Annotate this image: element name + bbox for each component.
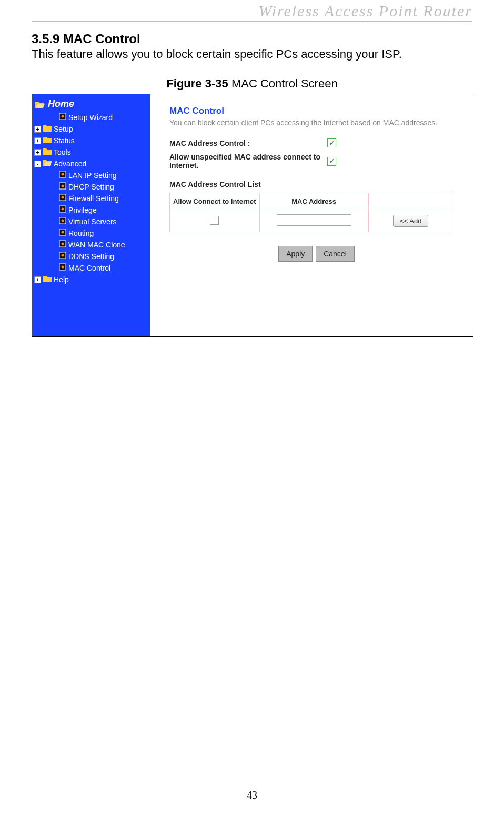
mac-control-panel: MAC Control You can block certain client… [150,94,473,336]
svg-point-3 [62,173,64,176]
svg-point-7 [62,196,64,199]
table-row: << Add [170,210,453,232]
nav-item-label: Setup [54,124,73,134]
nav-item-ddns-setting[interactable]: DDNS Setting [32,251,150,262]
folder-open-icon [43,159,52,168]
mac-address-input[interactable] [277,214,351,226]
svg-point-1 [62,115,64,118]
nav-item-dhcp-setting[interactable]: DHCP Setting [32,181,150,193]
nav-item-mac-control[interactable]: MAC Control [32,262,150,274]
page-icon [59,252,66,261]
screenshot-frame: Home Setup Wizard+Setup+Status+Tools-Adv… [32,94,473,337]
nav-item-setup-wizard[interactable]: Setup Wizard [32,112,150,123]
nav-item-help[interactable]: +Help [32,274,150,285]
figure-label: Figure 3-35 [166,77,228,90]
svg-point-15 [62,243,64,245]
folder-icon [43,124,52,134]
page-icon [59,229,66,238]
apply-button[interactable]: Apply [278,246,313,262]
nav-item-firewall-setting[interactable]: Firewall Setting [32,193,150,204]
nav-home[interactable]: Home [32,97,150,112]
cancel-button[interactable]: Cancel [316,246,355,262]
page-icon [59,182,66,192]
figure-caption: Figure 3-35 MAC Control Screen [32,77,472,91]
nav-item-label: WAN MAC Clone [68,240,125,250]
page-icon [59,240,66,250]
control-list-title: MAC Address Control List [169,180,463,188]
section-description: This feature allows you to block certain… [32,47,472,61]
collapse-icon[interactable]: - [34,161,41,167]
col-mac-address: MAC Address [259,193,368,210]
nav-item-label: LAN IP Setting [68,171,117,180]
col-allow-connect: Allow Connect to Internet [170,193,260,210]
router-nav-tree: Home Setup Wizard+Setup+Status+Tools-Adv… [32,94,150,336]
nav-item-virtual-servers[interactable]: Virtual Servers [32,216,150,227]
page-icon [59,217,66,226]
nav-item-routing[interactable]: Routing [32,227,150,239]
figure-text: MAC Control Screen [231,77,338,90]
folder-icon [43,147,52,157]
page-icon [59,205,66,215]
nav-item-label: Virtual Servers [68,217,117,226]
expand-icon[interactable]: + [34,126,41,133]
svg-point-19 [62,266,64,269]
nav-item-status[interactable]: +Status [32,135,150,146]
nav-item-setup[interactable]: +Setup [32,123,150,135]
expand-icon[interactable]: + [34,149,41,156]
expand-icon[interactable]: + [34,276,41,283]
svg-point-11 [62,220,64,222]
running-header: Wireless Access Point Router [32,0,472,22]
nav-item-wan-mac-clone[interactable]: WAN MAC Clone [32,239,150,251]
nav-item-label: DDNS Setting [68,252,114,261]
nav-item-label: Firewall Setting [68,194,119,203]
row-allow-checkbox[interactable] [210,216,219,225]
nav-item-tools[interactable]: +Tools [32,146,150,158]
nav-item-label: Routing [68,229,94,238]
nav-item-label: MAC Control [68,263,110,273]
nav-item-label: DHCP Setting [68,182,114,192]
nav-item-lan-ip-setting[interactable]: LAN IP Setting [32,170,150,181]
page-icon [59,171,66,180]
expand-icon[interactable]: + [34,137,41,144]
nav-item-label: Privilege [68,205,97,215]
add-button[interactable]: << Add [393,215,428,227]
nav-home-label: Home [48,98,74,110]
svg-point-13 [62,231,64,234]
panel-title: MAC Control [169,106,463,116]
mac-address-control-label: MAC Address Control : [169,139,327,147]
page-icon [59,113,66,122]
folder-open-icon [35,101,45,108]
page-number: 43 [0,789,504,801]
folder-icon [43,136,52,145]
nav-item-label: Status [54,136,75,145]
page-icon [59,263,66,273]
section-heading: 3.5.9 MAC Control [32,32,472,46]
svg-point-17 [62,254,64,257]
nav-item-advanced[interactable]: -Advanced [32,158,150,170]
allow-unspecified-label: Allow unspecified MAC address connect to… [169,153,327,170]
svg-point-9 [62,208,64,211]
panel-description: You can block certain client PCs accessi… [169,118,463,127]
nav-item-label: Advanced [54,159,86,168]
nav-item-label: Help [54,275,69,284]
folder-icon [43,275,52,284]
allow-unspecified-checkbox[interactable] [327,157,336,166]
nav-item-privilege[interactable]: Privilege [32,204,150,216]
mac-address-table: Allow Connect to Internet MAC Address <<… [169,193,453,232]
nav-item-label: Tools [54,147,71,157]
page-icon [59,194,66,203]
svg-point-5 [62,185,64,187]
col-action [368,193,453,210]
nav-item-label: Setup Wizard [68,113,113,122]
mac-address-control-checkbox[interactable] [327,138,336,147]
